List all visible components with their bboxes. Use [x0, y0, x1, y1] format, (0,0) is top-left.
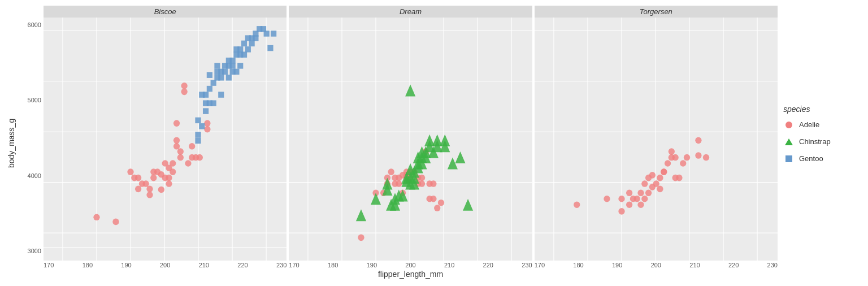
biscoe-x-200: 200: [160, 262, 170, 268]
facet-plot-biscoe: [44, 18, 287, 261]
facet-dream: Dream: [289, 6, 532, 268]
svg-point-213: [672, 154, 678, 161]
svg-point-25: [150, 175, 157, 181]
svg-point-49: [204, 126, 210, 133]
svg-point-117: [396, 180, 402, 187]
svg-point-130: [419, 180, 425, 187]
svg-point-45: [189, 143, 195, 150]
svg-rect-70: [222, 69, 228, 75]
facet-title-biscoe: Biscoe: [44, 6, 287, 18]
svg-point-36: [173, 143, 180, 150]
svg-rect-53: [199, 123, 205, 129]
svg-marker-221: [785, 138, 793, 145]
svg-point-214: [676, 175, 682, 181]
svg-rect-55: [203, 108, 209, 114]
torgersen-x-210: 210: [689, 262, 700, 268]
facet-plot-dream: [289, 18, 532, 261]
svg-point-40: [177, 148, 184, 155]
svg-rect-59: [207, 86, 212, 92]
chinstrap-label: Chinstrap: [799, 137, 831, 146]
legend-item-gentoo: Gentoo: [783, 153, 862, 164]
legend-item-adelie: Adelie: [783, 119, 862, 131]
svg-point-220: [785, 122, 792, 128]
svg-point-200: [645, 189, 652, 196]
svg-point-32: [166, 175, 172, 181]
svg-point-14: [93, 214, 99, 220]
svg-point-195: [633, 196, 640, 202]
svg-rect-96: [289, 18, 532, 261]
svg-point-131: [419, 175, 425, 181]
svg-point-109: [358, 235, 364, 241]
dream-x-230: 230: [522, 262, 532, 268]
biscoe-x-210: 210: [199, 262, 209, 268]
svg-rect-93: [264, 31, 270, 36]
svg-point-199: [641, 180, 648, 187]
svg-point-216: [684, 154, 690, 161]
svg-point-196: [637, 201, 644, 208]
svg-point-204: [653, 180, 659, 187]
facet-title-torgersen: Torgersen: [535, 6, 778, 18]
svg-point-211: [668, 148, 674, 155]
adelie-label: Adelie: [799, 120, 819, 129]
svg-rect-82: [237, 46, 243, 52]
svg-rect-175: [535, 18, 778, 261]
legend-title: species: [783, 105, 862, 114]
biscoe-x-180: 180: [83, 262, 93, 268]
torgersen-x-180: 180: [573, 262, 583, 268]
svg-rect-0: [44, 18, 287, 261]
dream-x-170: 170: [289, 262, 299, 268]
svg-rect-67: [218, 75, 224, 80]
svg-point-135: [431, 180, 437, 187]
svg-point-42: [181, 83, 187, 89]
svg-rect-85: [245, 46, 251, 52]
svg-point-27: [158, 187, 164, 193]
svg-point-16: [127, 168, 133, 175]
y-tick-5000: 5000: [20, 97, 44, 103]
svg-rect-80: [237, 63, 243, 68]
svg-rect-83: [241, 51, 247, 57]
adelie-symbol: [783, 119, 795, 131]
svg-rect-84: [241, 41, 247, 46]
svg-rect-71: [226, 75, 232, 80]
svg-point-37: [173, 137, 180, 144]
svg-point-198: [641, 196, 648, 202]
dream-x-200: 200: [405, 262, 415, 268]
svg-point-41: [181, 89, 187, 96]
torgersen-x-190: 190: [612, 262, 622, 268]
svg-rect-66: [218, 92, 224, 97]
biscoe-x-220: 220: [237, 262, 248, 268]
torgersen-svg: [535, 18, 778, 261]
facet-title-dream: Dream: [289, 6, 532, 18]
svg-point-193: [626, 189, 632, 196]
biscoe-x-230: 230: [276, 262, 287, 268]
y-tick-6000: 6000: [20, 21, 44, 28]
x-axis-label: flipper_length_mm: [44, 270, 778, 279]
svg-rect-87: [249, 41, 255, 46]
svg-point-209: [665, 160, 671, 167]
y-axis-label: body_mass_g: [3, 6, 20, 280]
svg-rect-50: [195, 138, 201, 144]
facet-plot-torgersen: [535, 18, 778, 261]
torgersen-x-200: 200: [651, 262, 661, 268]
facet-biscoe: Biscoe: [44, 6, 287, 268]
svg-point-114: [388, 168, 394, 175]
biscoe-svg: [44, 18, 287, 261]
svg-point-39: [177, 154, 184, 161]
gentoo-label: Gentoo: [799, 154, 823, 163]
svg-rect-60: [207, 72, 212, 77]
svg-rect-61: [211, 100, 216, 106]
svg-point-197: [637, 189, 644, 196]
chinstrap-symbol: [783, 136, 795, 148]
biscoe-x-170: 170: [44, 262, 54, 268]
svg-rect-65: [214, 63, 220, 68]
svg-point-218: [695, 137, 701, 144]
svg-point-22: [146, 192, 153, 198]
dream-x-210: 210: [444, 262, 454, 268]
svg-point-203: [649, 172, 655, 179]
svg-point-15: [112, 219, 119, 226]
gentoo-symbol: [783, 153, 795, 164]
svg-point-18: [135, 186, 141, 193]
svg-point-136: [431, 196, 437, 202]
svg-point-21: [143, 180, 149, 187]
svg-point-34: [170, 168, 176, 175]
